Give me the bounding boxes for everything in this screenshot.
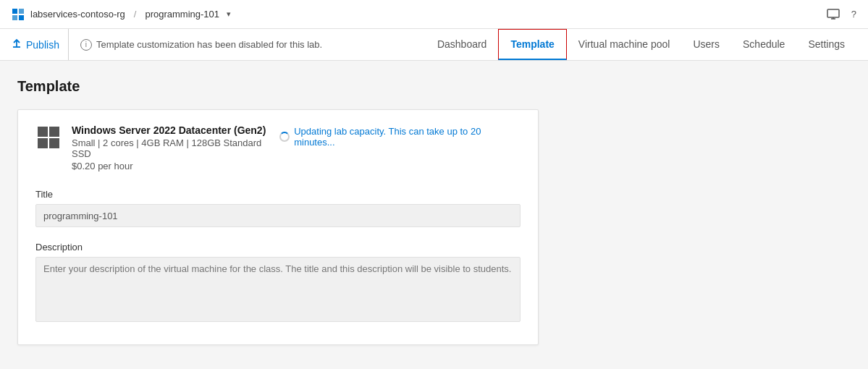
title-field-group: Title [35,189,521,239]
tab-template[interactable]: Template [498,29,566,60]
vm-details: Windows Server 2022 Datacenter (Gen2) Sm… [72,124,279,171]
page-title: Template [17,78,851,95]
top-bar-actions: ? [827,9,856,20]
publish-arrow-icon [12,38,22,51]
tab-vm-pool[interactable]: Virtual machine pool [567,29,682,60]
publish-button[interactable]: Publish [12,29,69,60]
svg-rect-4 [827,9,839,17]
tab-schedule[interactable]: Schedule [731,29,796,60]
description-label: Description [35,242,521,253]
description-textarea[interactable] [35,257,521,322]
breadcrumb-lab[interactable]: programming-101 [145,9,219,20]
top-bar: labservices-contoso-rg / programming-101… [0,0,868,29]
lab-services-icon [12,8,25,21]
page-content: Template Windows Server 2022 Datacenter … [0,61,868,365]
info-icon: i [80,39,92,51]
help-icon[interactable]: ? [851,9,856,20]
info-text: Template customization has been disabled… [96,39,322,50]
vm-name: Windows Server 2022 Datacenter (Gen2) [72,124,279,136]
svg-rect-3 [19,15,24,20]
vm-info-row: Windows Server 2022 Datacenter (Gen2) Sm… [35,124,521,171]
vm-price: $0.20 per hour [72,161,279,171]
breadcrumb-separator: / [134,9,137,20]
svg-rect-0 [12,9,17,14]
svg-rect-2 [12,15,17,20]
chevron-down-icon[interactable]: ▾ [227,9,231,19]
title-label: Title [35,189,521,200]
action-bar: Publish i Template customization has bee… [0,29,868,61]
breadcrumb-rg[interactable]: labservices-contoso-rg [30,9,125,20]
publish-label: Publish [26,39,59,51]
tab-settings[interactable]: Settings [796,29,856,60]
windows-icon [35,124,62,150]
vm-info-left: Windows Server 2022 Datacenter (Gen2) Sm… [35,124,279,171]
vm-status: Updating lab capacity. This can take up … [279,124,521,148]
loading-spinner [279,132,290,142]
svg-rect-1 [19,9,24,14]
tab-dashboard[interactable]: Dashboard [426,29,499,60]
vm-specs: Small | 2 cores | 4GB RAM | 128GB Standa… [72,137,279,159]
info-message: i Template customization has been disabl… [69,39,334,51]
nav-tabs: Dashboard Template Virtual machine pool … [426,29,856,60]
description-field-group: Description [35,242,521,324]
title-input[interactable] [35,204,521,227]
template-card: Windows Server 2022 Datacenter (Gen2) Sm… [17,109,539,345]
tab-users[interactable]: Users [681,29,731,60]
monitor-icon[interactable] [827,9,840,20]
status-text: Updating lab capacity. This can take up … [294,126,521,148]
